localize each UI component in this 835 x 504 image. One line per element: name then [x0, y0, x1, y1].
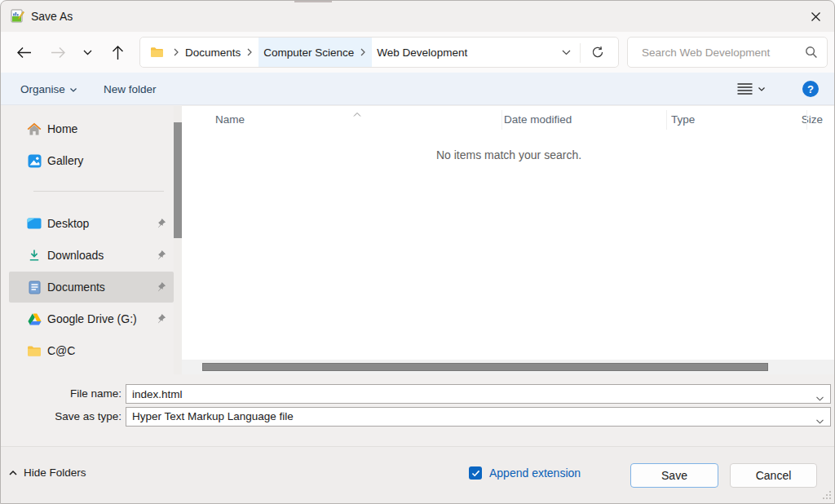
breadcrumb-segment-computer-science[interactable]: Computer Science [258, 38, 372, 67]
hide-folders-label: Hide Folders [24, 466, 86, 479]
chevron-right-icon [354, 48, 372, 56]
sidebar-item-label: Documents [47, 281, 105, 294]
chevron-down-icon [758, 87, 765, 91]
desktop-icon [27, 216, 42, 231]
cancel-button-label: Cancel [756, 469, 792, 482]
sidebar-item-home[interactable]: Home [9, 113, 174, 144]
sidebar-item-downloads[interactable]: Downloads [9, 240, 174, 271]
column-divider[interactable] [501, 110, 502, 130]
back-button[interactable] [11, 40, 36, 64]
hide-folders-button[interactable]: Hide Folders [9, 466, 86, 479]
help-button[interactable]: ? [802, 81, 819, 97]
sidebar-item-label: Home [47, 122, 77, 135]
close-icon [811, 11, 821, 22]
checkmark-icon [471, 470, 480, 477]
append-extension-label: Append extension [489, 466, 581, 480]
append-extension-checkbox[interactable] [469, 466, 482, 480]
column-header-date-modified[interactable]: Date modified [504, 106, 572, 134]
dialog-footer: Hide Folders Append extension Save Cance… [1, 446, 834, 504]
horizontal-scrollbar-thumb[interactable] [202, 363, 768, 371]
forward-arrow-icon [51, 46, 66, 59]
address-bar-divider [580, 43, 581, 63]
window-title: Save As [31, 1, 73, 32]
folder-icon[interactable] [150, 46, 164, 58]
pin-icon [156, 313, 167, 325]
save-button[interactable]: Save [630, 463, 718, 488]
file-name-combobox[interactable] [126, 384, 831, 404]
sidebar-scrollbar[interactable] [174, 106, 182, 374]
sidebar-item-label: Downloads [47, 249, 104, 262]
save-button-label: Save [661, 469, 687, 482]
breadcrumb-segment-documents[interactable]: Documents [185, 46, 241, 59]
close-button[interactable] [805, 7, 826, 26]
sidebar-item-desktop[interactable]: Desktop [9, 208, 174, 239]
column-header-size[interactable]: Size [802, 106, 823, 134]
chevron-up-icon [9, 471, 17, 475]
column-header-type[interactable]: Type [671, 106, 695, 134]
chevron-down-icon [70, 88, 77, 92]
google-drive-icon [27, 312, 42, 326]
sidebar-item-google-drive[interactable]: Google Drive (G:) [9, 303, 174, 334]
sidebar-item-label: Google Drive (G:) [47, 312, 137, 325]
search-input[interactable] [628, 38, 827, 67]
chevron-down-icon [83, 50, 92, 55]
save-as-type-label: Save as type: [1, 407, 121, 427]
up-button[interactable] [105, 40, 130, 64]
file-name-section: File name: Save as type: Hyper Text Mark… [1, 374, 834, 446]
app-icon [11, 9, 24, 23]
file-name-label: File name: [1, 384, 121, 404]
sort-ascending-icon[interactable] [353, 107, 361, 119]
sidebar-item-cac[interactable]: C@C [9, 335, 174, 366]
documents-icon [27, 280, 42, 294]
search-icon[interactable] [805, 46, 818, 61]
chevron-down-icon[interactable] [816, 391, 824, 404]
gallery-icon [27, 153, 42, 168]
column-divider[interactable] [806, 110, 807, 130]
file-name-input[interactable] [126, 385, 830, 403]
file-list: Name Date modified Type Size No items ma… [182, 106, 835, 374]
back-arrow-icon [16, 46, 32, 59]
forward-button[interactable] [46, 40, 70, 64]
resize-grip[interactable] [822, 490, 832, 502]
organise-label: Organise [20, 83, 65, 95]
cancel-button[interactable]: Cancel [730, 463, 817, 488]
sidebar-item-label: C@C [47, 344, 75, 357]
sidebar-scrollbar-thumb[interactable] [174, 122, 182, 238]
folder-icon [27, 343, 42, 358]
breadcrumb-segment-label: Computer Science [263, 46, 354, 59]
append-extension-option[interactable]: Append extension [469, 466, 581, 480]
address-bar[interactable]: Documents Computer Science Web Developme… [139, 37, 619, 68]
column-divider[interactable] [666, 110, 667, 130]
refresh-icon [591, 46, 604, 59]
downloads-icon [27, 248, 42, 263]
up-arrow-icon [112, 45, 124, 60]
details-view-icon [737, 82, 753, 95]
command-bar: Organise New folder ? [1, 73, 834, 105]
title-bar[interactable]: Save As [1, 1, 834, 32]
recent-locations-button[interactable] [77, 40, 98, 64]
address-dropdown-button[interactable] [556, 38, 576, 67]
new-folder-button[interactable]: New folder [104, 73, 157, 105]
sidebar-separator [33, 191, 164, 192]
breadcrumb-segment-web-development[interactable]: Web Development [377, 46, 467, 59]
column-header-name[interactable]: Name [215, 106, 245, 134]
search-box[interactable] [627, 37, 828, 68]
content-area: Home Gallery [1, 106, 834, 374]
new-folder-label: New folder [104, 83, 157, 95]
refresh-button[interactable] [587, 38, 608, 67]
change-view-button[interactable] [737, 79, 765, 99]
pin-icon [156, 250, 167, 261]
sidebar-item-documents[interactable]: Documents [9, 272, 174, 303]
chevron-down-icon[interactable] [816, 414, 824, 427]
pin-icon [156, 281, 167, 293]
chevron-right-icon [241, 48, 258, 56]
empty-folder-message: No items match your search. [182, 148, 835, 161]
save-as-type-select[interactable]: Hyper Text Markup Language file [126, 407, 831, 427]
save-as-dialog: Save As [0, 0, 835, 504]
sidebar-item-gallery[interactable]: Gallery [9, 145, 174, 176]
sidebar-item-label: Gallery [47, 154, 83, 167]
horizontal-scrollbar[interactable] [182, 360, 835, 374]
chevron-right-icon [167, 48, 185, 56]
save-as-type-value: Hyper Text Markup Language file [132, 408, 294, 426]
organise-button[interactable]: Organise [20, 73, 77, 105]
